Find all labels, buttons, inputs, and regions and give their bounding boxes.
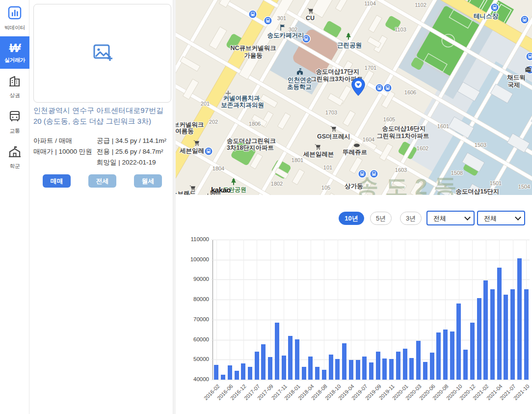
- map-label: 105: [321, 185, 330, 191]
- building-icon: [8, 81, 22, 89]
- map-label: 1504: [518, 184, 530, 190]
- bus-icon: [526, 52, 532, 61]
- price-bar: [302, 367, 306, 380]
- cart-icon: [330, 126, 337, 132]
- y-axis-tick-label: 50000: [174, 356, 209, 362]
- price-bar: [228, 365, 232, 380]
- bus-icon: [383, 83, 392, 92]
- price-bar: [382, 359, 387, 380]
- scale-line: [189, 193, 208, 195]
- price-bar: [295, 339, 299, 380]
- cart-icon: [193, 140, 200, 146]
- listing-price: 매매가 | 10000 만원: [33, 146, 92, 157]
- gridline: [211, 300, 530, 300]
- map-viewport[interactable]: 송도2동 CU301302송도카페거리NC큐브커넬워크가을동근린공원인천연송초등…: [176, 0, 532, 195]
- map-label: 송도더샵15단지: [456, 188, 500, 195]
- map-label: 초등학교: [287, 83, 312, 91]
- sidebar-item-school[interactable]: 학군: [0, 139, 29, 175]
- price-bar: [497, 268, 502, 380]
- y-axis-tick-label: 80000: [174, 296, 209, 302]
- price-bar: [275, 323, 279, 380]
- sidebar-item-label: 실거래가: [0, 56, 29, 64]
- map-label: 1606: [404, 89, 416, 95]
- gridline: [211, 380, 530, 380]
- filter-select-2-wrap: 전체: [477, 211, 525, 225]
- panel-scrollbar[interactable]: [173, 0, 176, 414]
- sidebar-item-bigdata[interactable]: 빅데이터: [0, 0, 29, 36]
- price-chart-panel: 10년 5년 3년 전체 전체 400005000060000700008000…: [176, 195, 532, 414]
- listing-detail-left: 아파트 / 매매 매매가 | 10000 만원: [33, 136, 92, 157]
- map-label: 가을동: [244, 52, 263, 60]
- gridline: [211, 240, 530, 240]
- gridline: [243, 240, 244, 380]
- price-bar: [409, 358, 414, 380]
- bus-icon: [375, 83, 384, 92]
- bus-icon: [8, 116, 22, 125]
- photo-placeholder[interactable]: [33, 4, 171, 103]
- range-5y-button[interactable]: 5년: [370, 212, 392, 225]
- map-label: 1801: [292, 157, 303, 163]
- sidebar-item-label: 상권: [0, 92, 29, 99]
- price-bar: [248, 367, 252, 380]
- sidebar-item-label: 빅데이터: [0, 24, 29, 31]
- price-bar: [235, 371, 239, 380]
- bread-icon: [354, 143, 360, 148]
- gridline: [211, 340, 530, 340]
- sale-button[interactable]: 매매: [43, 174, 71, 188]
- bus-icon: [358, 169, 367, 178]
- range-10y-button[interactable]: 10년: [339, 212, 364, 225]
- map-label: 1804: [213, 166, 224, 171]
- map-label: 1701: [365, 65, 376, 71]
- map-label: 그린워크1차아파트: [377, 132, 429, 140]
- map-label: 1806: [249, 121, 261, 127]
- price-bar: [342, 343, 346, 380]
- listing-supply-area: 공급 | 34.5 py / 114.1m²: [97, 136, 166, 146]
- price-bar: [315, 367, 319, 380]
- price-bar: [416, 341, 421, 380]
- price-bar: [490, 289, 495, 380]
- bus-icon: [490, 3, 499, 12]
- price-bar: [376, 352, 380, 380]
- price-bar: [214, 365, 218, 380]
- gridline: [211, 279, 530, 280]
- price-bar: [308, 357, 313, 380]
- y-axis-tick-label: 60000: [174, 336, 209, 342]
- map-label: 세븐일레븐: [303, 150, 334, 159]
- price-bar: [255, 352, 259, 380]
- map-label: 보존과치과의원: [221, 101, 264, 110]
- listing-panel: 인천광역시 연수구 아트센터대로97번길 20 (송도동, 송도 더샵 그린워크…: [29, 0, 173, 414]
- map-label: 국제: [508, 81, 520, 89]
- price-bar: [423, 362, 427, 380]
- gridline: [230, 240, 230, 380]
- building-icon: [525, 66, 532, 73]
- range-3y-button[interactable]: 3년: [400, 212, 422, 225]
- bus-icon: [264, 16, 272, 25]
- sidebar-item-commercial[interactable]: 상권: [0, 69, 29, 104]
- price-bar: [322, 370, 326, 380]
- map-label: 뚜레쥬르: [343, 148, 367, 157]
- price-bar: [463, 350, 468, 380]
- bus-icon: [520, 15, 529, 24]
- filter-select-2[interactable]: 전체: [477, 211, 525, 225]
- map-label: 1102: [415, 2, 426, 8]
- monthly-rent-button[interactable]: 월세: [134, 174, 162, 188]
- map-label: 201: [201, 101, 210, 107]
- price-bar: [504, 295, 508, 380]
- price-bar: [436, 332, 441, 380]
- map-label: 1703: [325, 110, 337, 115]
- pin-icon[interactable]: [351, 78, 365, 96]
- map-label: 3차18단지아파트: [227, 144, 274, 152]
- bus-icon: [204, 147, 213, 156]
- sidebar-item-transport[interactable]: 교통: [0, 104, 29, 139]
- bus-icon: [248, 10, 257, 19]
- cart-icon: [307, 8, 314, 14]
- map-label: 세븐일레: [180, 147, 204, 155]
- map-label: 상가동: [345, 182, 363, 191]
- gridline: [324, 240, 324, 380]
- jeonse-button[interactable]: 전세: [88, 174, 116, 188]
- price-bar: [389, 359, 394, 380]
- sidebar-item-real-price[interactable]: ₩ 실거래가: [0, 36, 29, 69]
- filter-select-1[interactable]: 전체: [426, 211, 475, 225]
- school-icon: [8, 152, 22, 160]
- map-label: 1103: [395, 27, 406, 32]
